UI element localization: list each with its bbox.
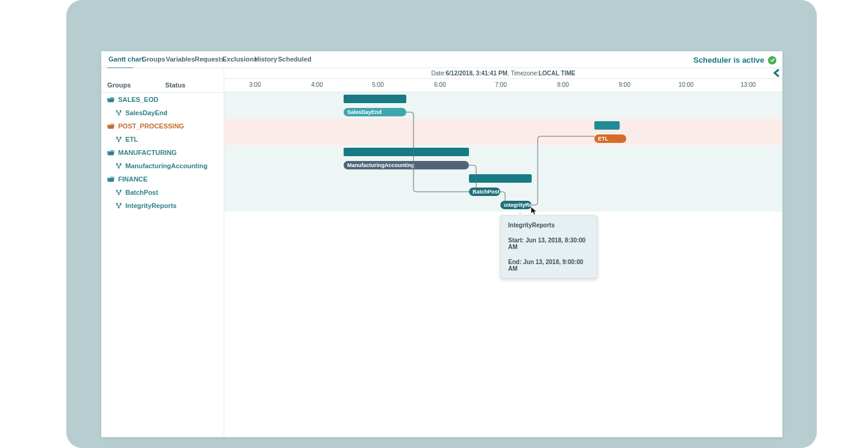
job-label: BatchPost [125, 189, 158, 196]
group-label: POST_PROCESSING [118, 122, 184, 130]
folder-open-icon [107, 96, 115, 103]
info-bar: Date:6/12/2018, 3:41:41 PM, Timezone:LOC… [224, 68, 782, 79]
branch-icon [116, 189, 122, 195]
job-manufacturingaccounting[interactable]: ManufacturingAccounting [101, 159, 224, 172]
tooltip: IntegrityReports Start: Jun 13, 2018, 8:… [500, 215, 597, 279]
job-label: IntegrityReports [125, 202, 177, 209]
header-groups: Groups [107, 81, 131, 89]
tick: 10:00 [678, 81, 693, 88]
group-label: SALES_EOD [118, 96, 159, 103]
tz-label: , Timezone: [508, 70, 539, 77]
check-circle-icon [768, 56, 776, 65]
group-post-processing[interactable]: POST_PROCESSING [101, 119, 224, 133]
tab-gantt-chart[interactable]: Gantt chart [108, 55, 144, 63]
sidebar: Groups Status SALES_EOD SalesDayEnd POST… [101, 68, 224, 437]
job-integrityreports[interactable]: IntegrityReports [101, 199, 224, 212]
scheduler-status: Scheduler is active [693, 55, 776, 65]
sidebar-header: Groups Status [101, 68, 224, 93]
cursor-arrow-icon [531, 207, 538, 215]
tab-groups[interactable]: Groups [142, 55, 165, 63]
arrow-left-icon[interactable] [773, 69, 781, 77]
dependency-lines [224, 92, 782, 225]
tab-bar: Gantt chart Groups Variables Requests Ex… [101, 51, 782, 68]
tick: 8:00 [557, 81, 568, 88]
tick: 9:00 [618, 81, 630, 88]
tab-history[interactable]: History [254, 55, 277, 63]
tooltip-title: IntegrityReports [508, 222, 590, 229]
job-salesdayend[interactable]: SalesDayEnd [101, 106, 224, 119]
job-label: SalesDayEnd [125, 109, 168, 116]
branch-icon [116, 203, 122, 209]
time-axis: 3:00 4:00 5:00 6:00 7:00 8:00 9:00 10:00… [224, 79, 782, 92]
branch-icon [116, 136, 122, 142]
tick: 7:00 [495, 81, 506, 88]
tick: 6:00 [434, 81, 445, 88]
group-label: FINANCE [118, 175, 148, 183]
folder-open-icon [107, 176, 115, 182]
tooltip-end: End: Jun 13, 2018, 9:00:00 AM [508, 259, 590, 272]
group-manufacturing[interactable]: MANUFACTURING [101, 146, 224, 159]
tooltip-start: Start: Jun 13, 2018, 8:30:00 AM [508, 237, 590, 250]
job-label: ETL [125, 136, 138, 143]
branch-icon [116, 110, 122, 116]
tick: 4:00 [311, 81, 322, 88]
group-sales-eod[interactable]: SALES_EOD [101, 93, 224, 106]
tab-exclusions[interactable]: Exclusions [222, 55, 257, 63]
tick: 13:00 [740, 81, 755, 88]
date-value: 6/12/2018, 3:41:41 PM [445, 70, 507, 77]
folder-open-icon [107, 123, 115, 129]
tick: 3:00 [249, 81, 260, 88]
tick: 5:00 [372, 81, 383, 88]
job-batchpost[interactable]: BatchPost [101, 186, 224, 199]
gantt-chart-area: Date:6/12/2018, 3:41:41 PM, Timezone:LOC… [224, 68, 782, 437]
tz-value: LOCAL TIME [538, 70, 575, 77]
group-finance[interactable]: FINANCE [101, 172, 224, 186]
job-label: ManufacturingAccounting [125, 162, 207, 169]
tab-requests[interactable]: Requests [195, 55, 225, 63]
branch-icon [116, 163, 122, 169]
tab-variables[interactable]: Variables [166, 55, 195, 63]
scheduler-status-text: Scheduler is active [693, 55, 764, 65]
tab-scheduled[interactable]: Scheduled [278, 55, 312, 63]
group-label: MANUFACTURING [118, 149, 177, 156]
date-label: Date: [432, 70, 446, 77]
job-etl[interactable]: ETL [101, 133, 224, 146]
folder-open-icon [107, 150, 115, 156]
header-status: Status [165, 81, 186, 89]
